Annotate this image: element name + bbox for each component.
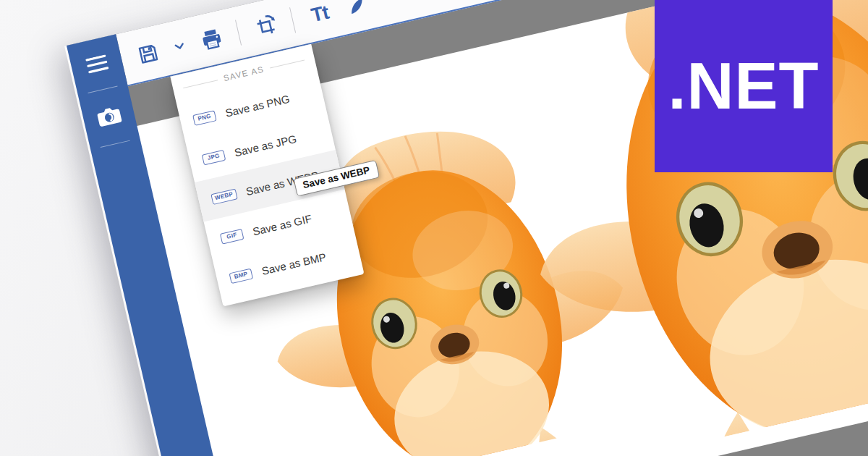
webp-format-icon: WEBP	[210, 188, 237, 204]
printer-icon	[197, 25, 224, 52]
dotnet-logo-text: .NET	[668, 49, 819, 124]
pen-tool-icon	[343, 0, 370, 19]
hamburger-icon	[85, 54, 109, 74]
camera-icon	[94, 103, 124, 129]
chevron-down-icon	[170, 37, 189, 56]
jpg-format-icon: JPG	[202, 149, 226, 165]
menu-item-label: Save as JPG	[233, 132, 297, 159]
menu-item-label: Save as BMP	[260, 250, 327, 277]
save-button[interactable]	[127, 30, 169, 78]
hero-banner: Tt	[0, 0, 868, 456]
header-line	[183, 80, 218, 88]
floppy-disk-icon	[135, 40, 161, 67]
hamburger-menu-button[interactable]	[85, 54, 109, 76]
header-line	[270, 59, 305, 68]
menu-item-label: Save as PNG	[224, 92, 291, 119]
toolbar-separator	[289, 7, 296, 33]
sidebar-divider	[88, 86, 117, 93]
pen-tool-button[interactable]	[336, 0, 378, 30]
menu-item-label: Save as GIF	[251, 212, 312, 237]
crop-rotate-button[interactable]	[244, 2, 286, 51]
text-tool-icon: Tt	[309, 1, 331, 26]
save-options-button[interactable]	[163, 23, 195, 69]
print-button[interactable]	[190, 14, 232, 63]
dotnet-logo-badge: .NET	[655, 0, 833, 172]
save-as-menu-title: SAVE AS	[223, 65, 265, 83]
bmp-format-icon: BMP	[229, 268, 253, 284]
camera-tool-button[interactable]	[94, 103, 124, 131]
crop-rotate-icon	[252, 13, 278, 40]
text-tool-button[interactable]: Tt	[299, 0, 341, 38]
gif-format-icon: GIF	[220, 229, 244, 245]
sidebar-divider	[101, 140, 130, 148]
png-format-icon: PNG	[192, 110, 217, 126]
toolbar-separator	[235, 20, 242, 45]
